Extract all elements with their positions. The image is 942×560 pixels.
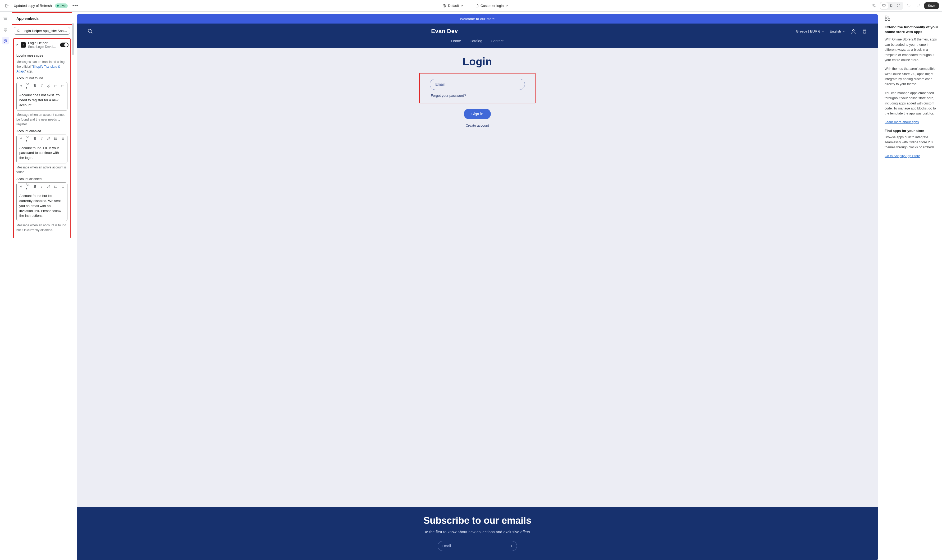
forgot-password-link[interactable]: Forgot your password? <box>431 94 527 98</box>
store-header: Evan Dev Greece | EUR € English Home Cat… <box>77 23 878 48</box>
number-list-icon[interactable] <box>60 184 65 189</box>
cart-icon[interactable] <box>862 28 867 34</box>
search-icon[interactable] <box>87 28 93 34</box>
nav-rail <box>0 12 11 560</box>
topbar-right: Save <box>870 2 939 10</box>
rte-body-disabled[interactable]: Account found but it's currently disable… <box>17 191 67 221</box>
app-embeds-icon[interactable] <box>2 37 9 45</box>
nav-home[interactable]: Home <box>451 39 461 43</box>
field-label-not-found: Account not found <box>16 76 68 80</box>
topbar-left: Updated copy of Refresh Live ••• <box>3 2 80 9</box>
svg-point-3 <box>891 6 891 7</box>
context-label: Default <box>448 4 459 8</box>
store-body: Login Forgot your password? Sign in Crea… <box>77 48 878 507</box>
svg-point-24 <box>88 29 91 32</box>
subscribe-email-input[interactable] <box>442 544 509 548</box>
topbar-center: Default Customer login <box>440 3 509 9</box>
template-dropdown[interactable]: Customer login <box>473 3 509 9</box>
settings-icon[interactable] <box>2 26 9 33</box>
chevron-down-icon <box>843 30 845 32</box>
find-apps-title: Find apps for your store <box>885 129 938 133</box>
bold-icon[interactable]: B <box>32 137 37 141</box>
italic-icon[interactable]: I <box>39 83 44 88</box>
embed-title: Login Helper <box>28 41 58 45</box>
app-logo-icon <box>21 42 26 48</box>
device-toggle <box>880 2 903 10</box>
login-email-input[interactable] <box>430 79 525 90</box>
undo-icon[interactable] <box>905 2 913 9</box>
globe-icon <box>442 4 446 8</box>
subscribe-submit-icon[interactable] <box>509 544 513 548</box>
sections-icon[interactable] <box>2 15 9 22</box>
rp-p1: With Online Store 2.0 themes, apps can b… <box>885 37 938 63</box>
account-icon[interactable] <box>851 28 856 34</box>
svg-rect-26 <box>885 16 887 18</box>
learn-more-link[interactable]: Learn more about apps <box>885 120 919 124</box>
sparkle-icon[interactable] <box>19 137 23 141</box>
link-icon[interactable] <box>46 83 51 88</box>
svg-rect-8 <box>4 39 5 40</box>
sparkle-icon[interactable] <box>19 83 23 88</box>
language-selector[interactable]: English <box>830 29 845 33</box>
rte-not-found: Aa ▾ B I 123 Account does not exist. You… <box>16 82 68 111</box>
svg-rect-4 <box>4 17 7 18</box>
inspector-icon[interactable] <box>870 2 878 9</box>
bold-icon[interactable]: B <box>32 83 37 88</box>
chevron-down-icon[interactable] <box>15 43 18 46</box>
embed-toggle[interactable] <box>60 43 68 47</box>
chevron-down-icon <box>505 5 508 7</box>
hint-disabled: Message when an account is found but it … <box>16 223 68 232</box>
exit-icon[interactable] <box>3 2 11 9</box>
preview-wrap: Welcome to our store Evan Dev Greece | E… <box>74 12 880 560</box>
find-apps-p: Browse apps built to integrate seamlessl… <box>885 135 938 150</box>
context-dropdown[interactable]: Default <box>440 3 465 9</box>
rp-title: Extend the functionality of your online … <box>885 25 938 34</box>
announcement-bar: Welcome to our store <box>77 14 878 23</box>
search-input-wrap[interactable] <box>14 27 70 35</box>
bullet-list-icon[interactable] <box>53 83 58 88</box>
rp-p2: With themes that aren't compatible with … <box>885 66 938 87</box>
signin-button[interactable]: Sign in <box>464 109 491 119</box>
live-badge: Live <box>55 3 68 8</box>
number-list-icon[interactable] <box>60 137 65 141</box>
link-icon[interactable] <box>46 137 51 141</box>
mobile-icon[interactable] <box>888 2 895 9</box>
fullscreen-icon[interactable] <box>895 2 903 9</box>
right-panel: Extend the functionality of your online … <box>880 12 942 560</box>
subscribe-input-wrap <box>438 541 517 551</box>
more-menu-icon[interactable]: ••• <box>71 3 80 8</box>
app-store-link[interactable]: Go to Shopify App Store <box>885 154 920 158</box>
rte-toolbar: Aa ▾ B I <box>17 135 67 143</box>
bullet-list-icon[interactable] <box>53 184 58 189</box>
svg-point-11 <box>17 29 19 31</box>
text-style-icon[interactable]: Aa ▾ <box>26 83 31 88</box>
nav-contact[interactable]: Contact <box>491 39 503 43</box>
italic-icon[interactable]: I <box>39 184 44 189</box>
login-title: Login <box>77 56 878 68</box>
create-account-link[interactable]: Create account <box>466 123 489 128</box>
text-style-icon[interactable]: Aa ▾ <box>26 137 31 141</box>
locale-selector[interactable]: Greece | EUR € <box>796 29 825 33</box>
search-icon <box>17 29 20 33</box>
italic-icon[interactable]: I <box>39 137 44 141</box>
save-button[interactable]: Save <box>924 2 939 9</box>
svg-rect-5 <box>4 18 7 19</box>
rte-body-not-found[interactable]: Account does not exist. You need to regi… <box>17 90 67 111</box>
rte-body-enabled[interactable]: Account found. Fill in your password to … <box>17 143 67 163</box>
sparkle-icon[interactable] <box>19 184 23 189</box>
text-style-icon[interactable]: Aa ▾ <box>26 184 31 189</box>
rte-disabled: Aa ▾ B I Account found but it's currentl… <box>16 182 68 221</box>
number-list-icon[interactable]: 123 <box>60 83 65 88</box>
desktop-icon[interactable] <box>880 2 888 9</box>
nav-catalog[interactable]: Catalog <box>469 39 482 43</box>
preview-frame: Welcome to our store Evan Dev Greece | E… <box>77 14 878 560</box>
svg-text:3: 3 <box>61 86 62 88</box>
rte-toolbar: Aa ▾ B I <box>17 183 67 191</box>
svg-rect-27 <box>885 19 887 21</box>
search-input[interactable] <box>23 29 67 33</box>
link-icon[interactable] <box>46 184 51 189</box>
theme-name: Updated copy of Refresh <box>14 4 52 8</box>
bold-icon[interactable]: B <box>32 184 37 189</box>
bullet-list-icon[interactable] <box>53 137 58 141</box>
embed-row: Login Helper Snap Login Developm... <box>14 39 70 51</box>
